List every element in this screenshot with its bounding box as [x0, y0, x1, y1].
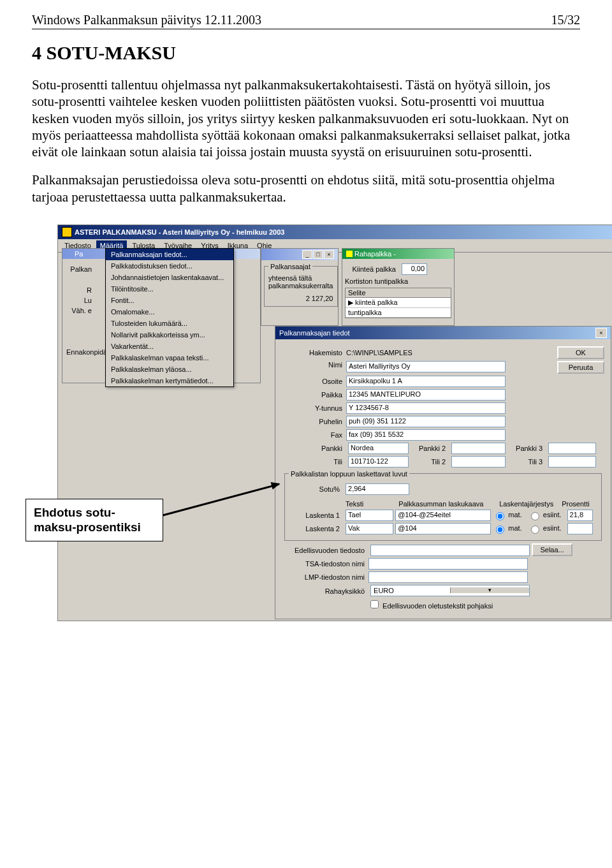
tili-label: Tili	[282, 458, 346, 466]
menu-item[interactable]: Vakarkentät...	[106, 341, 233, 352]
pankki3-field[interactable]	[548, 443, 596, 454]
col-prosentti: Prosentti	[562, 500, 594, 508]
lbl: Palkan	[66, 265, 96, 273]
nimi-label: Nimi	[282, 361, 346, 374]
tili-field[interactable]: 101710-122	[348, 456, 409, 467]
section-title: 4 SOTU-MAKSU	[32, 42, 580, 64]
app-title: ASTERI PALKANMAKSU - Asteri Malliyritys …	[75, 228, 284, 236]
osoite-label: Osoite	[282, 378, 346, 385]
puhelin-field[interactable]: puh (09) 351 1122	[346, 416, 506, 427]
edellisvuoden-field[interactable]	[370, 545, 530, 556]
tsa-label: TSA-tiedoston nimi	[282, 560, 368, 568]
titlebar: ASTERI PALKANMAKSU - Asteri Malliyritys …	[58, 225, 612, 239]
menu-item-palkanmaksajan[interactable]: Palkanmaksajan tiedot...	[106, 249, 233, 260]
menu-item[interactable]: Johdannaistietojen laskentakaavat...	[106, 272, 233, 283]
right-sub-title: Rahapalkka -	[342, 249, 454, 259]
col-teksti: Teksti	[346, 500, 397, 508]
menu-item[interactable]: Fontit...	[106, 295, 233, 306]
lmp-label: LMP-tiedoston nimi	[282, 573, 368, 581]
tili3-field[interactable]	[548, 456, 596, 467]
peruuta-button[interactable]: Peruuta	[557, 361, 604, 374]
ok-button[interactable]: OK	[557, 346, 604, 359]
laskenta1-label: Laskenta 1	[289, 511, 344, 519]
lbl: R	[66, 286, 96, 294]
radio-mat[interactable]: mat.	[493, 511, 521, 519]
page-header-left: Windows Palkanmaksun päivitys 12.11.2003	[32, 13, 261, 27]
right-sub-title-text: Rahapalkka -	[354, 250, 396, 258]
pankki2-label: Pankki 2	[411, 445, 449, 452]
tili3-label: Tili 3	[507, 458, 546, 466]
selaa-button[interactable]: Selaa...	[532, 543, 572, 556]
laskenta1-kaava[interactable]: @104-@254eitel	[395, 510, 491, 521]
group2-legend: Palkkalistan loppuun laskettavat luvut	[289, 470, 409, 478]
radio-mat[interactable]: mat.	[493, 524, 521, 532]
paikka-label: Paikka	[282, 391, 346, 399]
kiintea-value[interactable]: 0,00	[402, 263, 427, 275]
menu-item[interactable]: Omalomake...	[106, 306, 233, 318]
laskenta2-teksti[interactable]: Vak	[346, 523, 393, 534]
edellisvuoden-label: Edellisvuoden tiedosto	[282, 547, 368, 554]
kiintea-label: Kiinteä palkka	[345, 265, 400, 273]
col-kaava: Palkkasumman laskukaava	[398, 500, 497, 508]
nimi-field[interactable]: Asteri Malliyritys Oy	[346, 361, 506, 372]
menu-item[interactable]: Palkkalaskelman vapaa teksti...	[106, 352, 233, 364]
menu-item[interactable]: Tulosteiden lukumäärä...	[106, 318, 233, 329]
radio-esiint[interactable]: esiint.	[528, 511, 562, 519]
sotu-label: Sotu%	[289, 485, 344, 493]
close-icon[interactable]: ×	[595, 328, 607, 338]
lmp-field[interactable]	[368, 571, 528, 583]
max-icon[interactable]: □	[313, 250, 323, 259]
dialog-palkanmaksajan: Palkanmaksajan tiedot × Hakemisto C:\WIN…	[275, 326, 611, 619]
mid-sub-title: _□×	[261, 249, 338, 260]
rahayksikko-select[interactable]: EURO▼	[370, 585, 530, 596]
menu-item[interactable]: Nollarivit palkkakorteissa ym...	[106, 329, 233, 341]
grid-row[interactable]: tuntipalkka	[346, 308, 451, 318]
sotu-field[interactable]: 2,964	[346, 483, 409, 495]
dialog-title: Palkanmaksajan tiedot ×	[275, 327, 611, 339]
tsa-field[interactable]	[368, 558, 528, 570]
chevron-down-icon: ▼	[450, 587, 530, 593]
window-icon	[346, 251, 353, 257]
page-number: 15/32	[551, 13, 580, 27]
dropdown-maarita[interactable]: Palkanmaksajan tiedot... Palkkatodistuks…	[105, 248, 234, 387]
lbl: Väh. e	[66, 307, 96, 314]
ytunnus-field[interactable]: Y 1234567-8	[346, 402, 506, 414]
hakemisto-label: Hakemisto	[282, 349, 346, 357]
paikka-field[interactable]: 12345 MANTELIPURO	[346, 389, 506, 401]
menu-item[interactable]: Palkkalaskelman yläosa...	[106, 364, 233, 375]
laskenta1-pros[interactable]: 21,8	[567, 510, 593, 521]
pankki3-label: Pankki 3	[507, 445, 546, 452]
fax-label: Fax	[282, 431, 346, 439]
pankki2-field[interactable]	[451, 443, 506, 454]
radio-esiint[interactable]: esiint.	[528, 524, 562, 532]
total-value: 2 127,20	[268, 295, 333, 302]
palkansaajat-legend: Palkansaajat	[268, 263, 312, 270]
rahayksikko-label: Rahayksikkö	[282, 587, 368, 595]
right-subwindow: Rahapalkka - Kiinteä palkka 0,00 Kortist…	[342, 248, 455, 326]
close-icon[interactable]: ×	[324, 250, 334, 259]
fax-field[interactable]: fax (09) 351 5532	[346, 429, 506, 441]
grid-row[interactable]: ▶ kiinteä palkka	[346, 298, 451, 308]
menu-item[interactable]: Palkkatodistuksen tiedot...	[106, 260, 233, 272]
checkbox-oletustekstit[interactable]: Edellisvuoden oletustekstit pohjaksi	[368, 602, 493, 610]
laskenta2-kaava[interactable]: @104	[395, 523, 491, 534]
ytunnus-label: Y-tunnus	[282, 404, 346, 412]
laskenta2-pros[interactable]	[567, 523, 593, 534]
menu-item[interactable]: Palkkalaskelman kertymätiedot...	[106, 375, 233, 386]
col-jarjestys: Laskentajärjestys	[499, 500, 560, 508]
dialog-title-text: Palkanmaksajan tiedot	[279, 329, 350, 337]
pankki-field[interactable]: Nordea	[348, 443, 409, 454]
puhelin-label: Puhelin	[282, 418, 346, 425]
osoite-field[interactable]: Kirsikkapolku 1 A	[346, 376, 506, 387]
lbl: Lu	[66, 297, 96, 304]
left-sub-title-text: Pa	[75, 250, 83, 258]
window-icon	[66, 251, 73, 257]
tili2-field[interactable]	[451, 456, 506, 467]
line: yhteensä tältä	[268, 274, 333, 282]
laskenta1-teksti[interactable]: Tael	[346, 510, 393, 521]
grid-header: Selite	[346, 288, 451, 298]
line: palkanmaksukerralta	[268, 282, 333, 290]
menu-item[interactable]: Tilöintitosite...	[106, 283, 233, 295]
app-icon	[62, 227, 72, 237]
min-icon[interactable]: _	[302, 250, 312, 259]
